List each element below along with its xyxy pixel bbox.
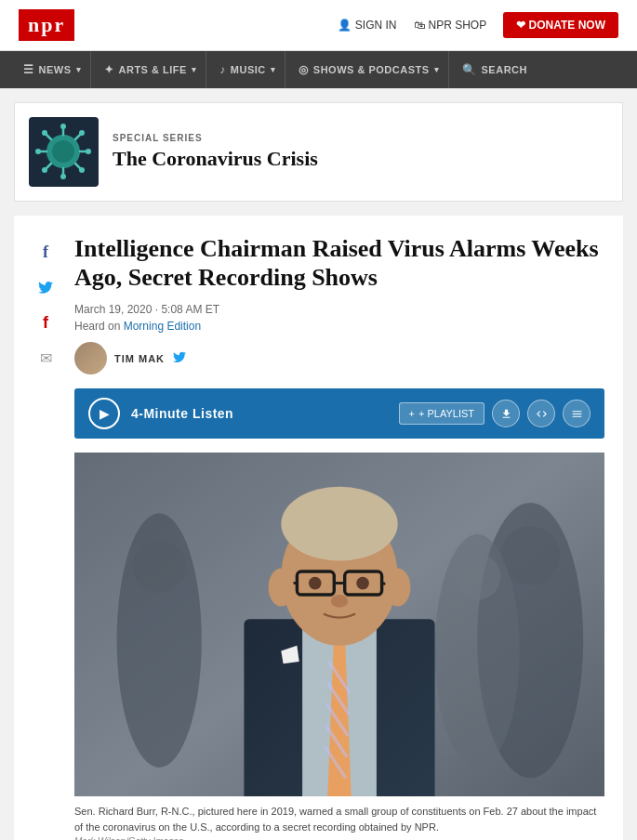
download-button[interactable]	[492, 400, 520, 427]
svg-point-1	[52, 140, 74, 163]
player-left: ▶ 4-Minute Listen	[88, 398, 233, 429]
nav-news[interactable]: ☰ NEWS ▾	[14, 51, 91, 88]
article-date: March 19, 2020 · 5:08 AM ET	[74, 303, 604, 316]
shows-icon: ◎	[299, 63, 309, 76]
svg-point-44	[331, 595, 348, 608]
svg-point-36	[281, 487, 397, 561]
svg-point-7	[35, 149, 41, 154]
user-icon: 👤	[338, 19, 352, 32]
series-label-text: SPECIAL SERIES	[113, 133, 318, 143]
svg-point-9	[86, 149, 91, 154]
arts-icon: ✦	[104, 63, 114, 76]
more-options-button[interactable]	[563, 400, 591, 427]
donate-button[interactable]: ❤ DONATE NOW	[503, 12, 618, 38]
article-body: Intelligence Chairman Raised Virus Alarm…	[74, 234, 604, 840]
logo-r: r	[55, 13, 66, 37]
email-share-button[interactable]: ✉	[33, 345, 59, 371]
embed-button[interactable]	[527, 400, 555, 427]
sign-in-link[interactable]: 👤 SIGN IN	[338, 19, 397, 32]
coronavirus-image	[33, 122, 94, 182]
series-thumbnail[interactable]	[29, 117, 99, 187]
nav-music[interactable]: ♪ MUSIC ▾	[210, 51, 285, 88]
svg-point-43	[356, 577, 369, 590]
article-container: f f ✉ Intelligence Chairman Raised Virus…	[14, 216, 623, 840]
listen-label: 4-Minute Listen	[131, 406, 233, 421]
facebook-share-button[interactable]: f	[33, 239, 59, 265]
arts-chevron-icon: ▾	[192, 65, 197, 74]
article-heard-on: Heard on Morning Edition	[74, 320, 604, 333]
site-header: npr 👤 SIGN IN 🛍 NPR SHOP ❤ DONATE NOW	[0, 0, 637, 51]
logo-n: n	[28, 13, 41, 37]
music-chevron-icon: ▾	[271, 65, 276, 74]
series-title-text: The Coronavirus Crisis	[113, 147, 318, 171]
news-chevron-icon: ▾	[76, 65, 82, 74]
flipboard-share-button[interactable]: f	[33, 309, 59, 335]
shop-icon: 🛍	[414, 19, 425, 32]
news-icon: ☰	[23, 63, 34, 76]
player-right: + + PLAYLIST	[399, 400, 591, 427]
svg-point-11	[42, 130, 47, 136]
svg-point-42	[309, 577, 322, 590]
image-caption: Sen. Richard Burr, R-N.C., pictured here…	[74, 804, 604, 834]
logo-p: p	[41, 13, 54, 37]
series-info: SPECIAL SERIES The Coronavirus Crisis	[113, 133, 318, 171]
article-title: Intelligence Chairman Raised Virus Alarm…	[74, 234, 604, 292]
svg-point-5	[60, 174, 66, 179]
main-nav: ☰ NEWS ▾ ✦ ARTS & LIFE ▾ ♪ MUSIC ▾ ◎ SHO…	[0, 51, 637, 88]
svg-point-45	[269, 569, 294, 607]
author-avatar	[74, 342, 107, 374]
play-button[interactable]: ▶	[88, 398, 120, 429]
author-name: TIM MAK	[114, 353, 165, 364]
svg-point-46	[385, 569, 410, 607]
shop-link[interactable]: 🛍 NPR SHOP	[414, 19, 487, 32]
plus-icon: +	[409, 408, 415, 419]
npr-logo[interactable]: npr	[19, 9, 74, 41]
music-icon: ♪	[219, 63, 226, 76]
svg-point-15	[79, 130, 85, 136]
author-twitter-icon[interactable]	[172, 349, 187, 368]
svg-point-13	[79, 167, 85, 173]
morning-edition-link[interactable]: Morning Edition	[124, 320, 201, 333]
article-photo	[74, 453, 604, 796]
shows-chevron-icon: ▾	[434, 65, 440, 74]
nav-shows-podcasts[interactable]: ◎ SHOWS & PODCASTS ▾	[289, 51, 449, 88]
header-actions: 👤 SIGN IN 🛍 NPR SHOP ❤ DONATE NOW	[338, 12, 618, 38]
social-share-sidebar: f f ✉	[33, 239, 60, 371]
nav-arts-life[interactable]: ✦ ARTS & LIFE ▾	[95, 51, 206, 88]
special-series-banner: SPECIAL SERIES The Coronavirus Crisis	[14, 102, 623, 202]
nav-search[interactable]: 🔍 SEARCH	[453, 51, 537, 88]
article-image	[74, 453, 604, 796]
svg-point-3	[60, 124, 66, 129]
playlist-button[interactable]: + + PLAYLIST	[399, 402, 484, 425]
search-nav-icon: 🔍	[462, 63, 477, 76]
audio-player: ▶ 4-Minute Listen + + PLAYLIST	[74, 388, 604, 439]
image-credit: Mark Wilson/Getty Images	[74, 836, 604, 840]
twitter-share-button[interactable]	[33, 274, 59, 300]
author-line: TIM MAK	[74, 342, 604, 374]
svg-point-17	[42, 167, 47, 173]
